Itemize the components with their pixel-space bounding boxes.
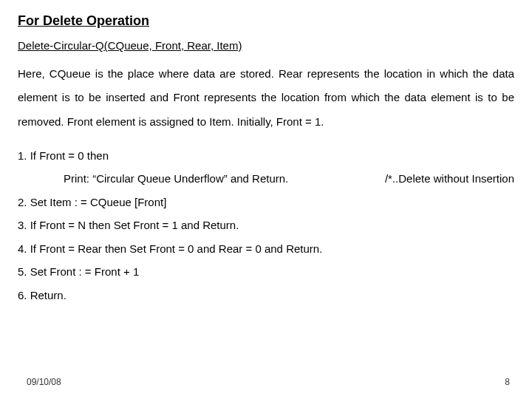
step-4: 4. If Front = Rear then Set Front = 0 an… — [18, 237, 514, 261]
step-1-body: Print: “Circular Queue Underflow” and Re… — [18, 167, 514, 191]
step-1: 1. If Front = 0 then — [18, 144, 514, 168]
slide-footer: 09/10/08 8 — [27, 377, 510, 387]
step-1-print: Print: “Circular Queue Underflow” and Re… — [64, 167, 288, 191]
description-paragraph: Here, CQueue is the place where data are… — [18, 62, 514, 134]
step-5: 5. Set Front : = Front + 1 — [18, 260, 514, 284]
slide-page: For Delete Operation Delete-Circular-Q(C… — [0, 0, 532, 399]
step-3: 3. If Front = N then Set Front = 1 and R… — [18, 214, 514, 237]
step-6: 6. Return. — [18, 284, 514, 307]
section-title: For Delete Operation — [18, 13, 514, 29]
step-2: 2. Set Item : = CQueue [Front] — [18, 191, 514, 214]
step-1-comment: /*..Delete without Insertion — [367, 167, 514, 191]
footer-date: 09/10/08 — [27, 377, 61, 387]
footer-page-number: 8 — [505, 377, 510, 387]
procedure-signature: Delete-Circular-Q(CQueue, Front, Rear, I… — [18, 39, 514, 52]
algorithm-steps: 1. If Front = 0 then Print: “Circular Qu… — [18, 144, 514, 307]
